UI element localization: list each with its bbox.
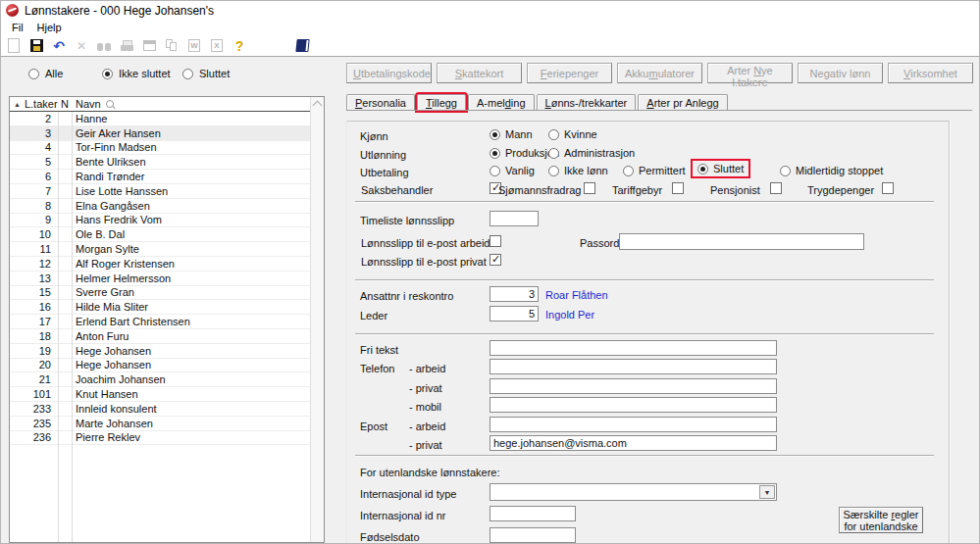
action-button-feriepenger[interactable]: Feriepenger — [527, 63, 612, 83]
radio-kvinne-circle[interactable] — [548, 129, 559, 140]
tillegg-tab-page: Kjønn Mann Kvinne Utlønning Produksjon A… — [346, 121, 950, 544]
table-row[interactable]: 6Randi Trønder — [10, 170, 311, 184]
telefon-arbeid-input[interactable] — [490, 359, 777, 374]
table-row[interactable]: 15Sverre Gran — [10, 286, 311, 301]
epost-privat-input[interactable] — [490, 435, 777, 451]
id-type-dropdown[interactable]: ▼ — [490, 483, 777, 501]
action-button-virksomhet[interactable]: Virksomhet — [888, 63, 973, 83]
telefon-privat-input[interactable] — [490, 378, 777, 394]
employee-name: Marte Johansen — [72, 418, 311, 429]
table-row[interactable]: 2Hanne — [10, 112, 311, 126]
column-header-n[interactable]: N — [58, 98, 72, 110]
table-row[interactable]: 101Knut Hansen — [10, 387, 311, 402]
find-icon[interactable] — [94, 37, 114, 55]
action-button-arter-nye-l-takere[interactable]: Arter Nye l.takere — [707, 63, 793, 83]
radio-ikke-sluttet[interactable] — [102, 69, 113, 79]
ansattnr-link[interactable]: Roar Flåthen — [545, 289, 608, 301]
filter-ikke-sluttet[interactable]: Ikke sluttet — [102, 68, 171, 79]
tariffgebyr-label: Tariffgebyr — [612, 184, 662, 196]
tab-l-nns-trekkarter[interactable]: Lønns-/trekkarter — [537, 94, 637, 111]
fodselsdato-input[interactable] — [490, 527, 576, 543]
saerskilte-regler-button[interactable]: Særskilte regler for utenlandske — [839, 507, 923, 533]
radio-sluttet-highlighted[interactable]: Sluttet — [693, 161, 748, 176]
title-bar[interactable]: Lønnstakere - 000 Hege Johansen's — [1, 1, 979, 20]
radio-alle[interactable] — [28, 69, 39, 79]
column-header-navn[interactable]: Navn — [72, 98, 311, 110]
pensjonist-checkbox[interactable] — [770, 182, 782, 194]
table-row[interactable]: 7Lise Lotte Hanssen — [10, 184, 311, 199]
table-row[interactable]: 10Ole B. Dal — [10, 227, 311, 242]
epost-arbeid-checkbox[interactable] — [490, 235, 501, 247]
leder-input[interactable] — [490, 306, 539, 321]
radio-sluttet[interactable] — [182, 69, 193, 79]
undo-icon[interactable] — [49, 37, 69, 55]
delete-icon[interactable] — [72, 37, 91, 55]
new-document-icon[interactable] — [4, 37, 24, 55]
tab-tillegg[interactable]: Tillegg — [417, 94, 466, 111]
leder-link[interactable]: Ingold Per — [545, 309, 594, 321]
telefon-mobil-input[interactable] — [490, 397, 777, 413]
table-row[interactable]: 21Joachim Johansen — [10, 372, 311, 387]
window-icon[interactable] — [139, 37, 159, 55]
tab-personalia[interactable]: Personalia — [346, 94, 415, 111]
filter-sluttet[interactable]: Sluttet — [182, 68, 230, 79]
table-row[interactable]: 235Marte Johansen — [10, 417, 311, 431]
id-nr-input[interactable] — [490, 506, 576, 521]
table-row[interactable]: 3Geir Aker Hansen — [10, 126, 311, 141]
tariffgebyr-checkbox[interactable] — [672, 182, 684, 194]
radio-permittert[interactable]: Permittert — [623, 165, 686, 176]
action-button-utbetalingskode[interactable]: Utbetalingskode — [346, 63, 432, 83]
action-button-akkumulatorer[interactable]: Akkumulatorer — [617, 63, 702, 83]
fri-tekst-input[interactable] — [490, 340, 777, 356]
employee-id: 18 — [10, 330, 58, 342]
radio-midlertidig-stoppet[interactable]: Midlertidig stoppet — [780, 165, 883, 176]
column-header-ltaker[interactable]: ▲ L.taker — [10, 98, 58, 110]
table-row[interactable]: 13Helmer Helmersson — [10, 272, 311, 286]
table-row[interactable]: 236Pierre Reklev — [10, 431, 311, 446]
radio-vanlig[interactable]: Vanlig — [490, 165, 535, 176]
table-row[interactable]: 12Alf Roger Kristensen — [10, 257, 311, 272]
action-button-skattekort[interactable]: Skattekort — [437, 63, 522, 83]
scrollbar[interactable] — [310, 97, 324, 542]
passord-input[interactable] — [619, 233, 864, 250]
menu-fil[interactable]: Fil — [5, 21, 30, 34]
sjomannsfradrag-checkbox[interactable] — [584, 182, 595, 194]
trygdepenger-checkbox[interactable] — [882, 182, 894, 194]
radio-mann[interactable]: Mann — [490, 128, 533, 140]
action-button-negativ-l-nn[interactable]: Negativ lønn — [798, 63, 883, 83]
export-excel-icon[interactable] — [207, 37, 227, 55]
table-row[interactable]: 17Erlend Bart Christensen — [10, 315, 311, 329]
table-row[interactable]: 5Bente Ulriksen — [10, 155, 311, 170]
export-word-icon[interactable] — [184, 37, 204, 55]
tab-arter-pr-anlegg[interactable]: Arter pr Anlegg — [638, 94, 727, 111]
filter-alle[interactable]: Alle — [28, 68, 63, 79]
table-row[interactable]: 233Innleid konsulent — [10, 402, 311, 417]
epost-privat-checkbox[interactable] — [490, 254, 501, 266]
epost-arbeid-input[interactable] — [490, 417, 777, 432]
radio-kvinne[interactable]: Kvinne — [548, 128, 597, 140]
help-icon[interactable] — [230, 37, 249, 55]
table-row[interactable]: 11Morgan Sylte — [10, 242, 311, 257]
employee-name: Hans Fredrik Vom — [72, 214, 311, 225]
chevron-down-icon[interactable]: ▼ — [759, 485, 775, 499]
search-icon[interactable] — [106, 100, 114, 108]
table-row[interactable]: 8Elna Gangåsen — [10, 199, 311, 214]
radio-ikke-lonn[interactable]: Ikke lønn — [548, 165, 608, 176]
table-row[interactable]: 18Anton Furu — [10, 329, 311, 344]
print-icon[interactable] — [117, 37, 136, 55]
scroll-up-icon[interactable] — [313, 101, 323, 111]
menu-hjelp[interactable]: Hjelp — [30, 21, 69, 34]
book-icon[interactable] — [292, 37, 312, 55]
table-row[interactable]: 9Hans Fredrik Vom — [10, 214, 311, 228]
save-icon[interactable] — [26, 37, 46, 55]
table-row[interactable]: 4Tor-Finn Madsen — [10, 141, 311, 156]
table-row[interactable]: 19Hege Johansen — [10, 344, 311, 359]
copy-icon[interactable] — [162, 37, 181, 55]
radio-administrasjon[interactable]: Administrasjon — [548, 147, 635, 159]
table-row[interactable]: 16Hilde Mia Sliter — [10, 300, 311, 315]
timeliste-input[interactable] — [490, 211, 539, 226]
ansattnr-input[interactable] — [490, 286, 539, 302]
tab-a-melding[interactable]: A-melding — [468, 94, 535, 111]
radio-mann-circle[interactable] — [490, 129, 500, 140]
table-row[interactable]: 20Hege Johansen — [10, 359, 311, 373]
